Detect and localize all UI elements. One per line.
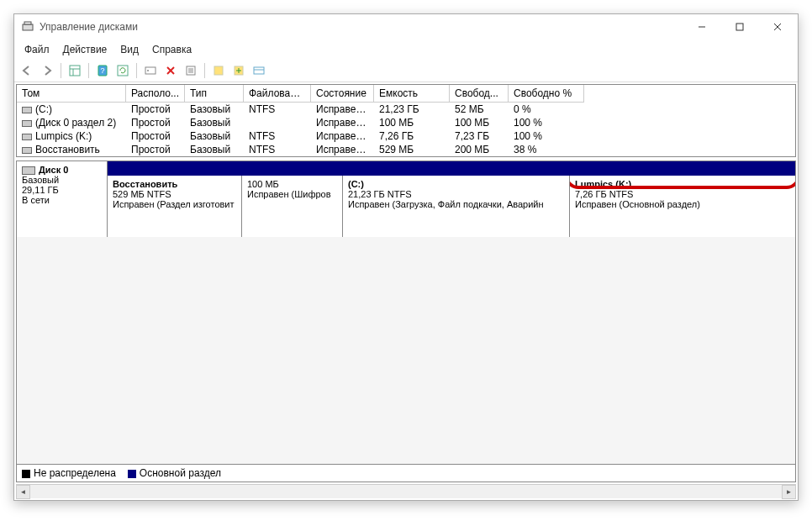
col-capacity[interactable]: Емкость	[374, 85, 450, 103]
legend-swatch-primary	[128, 470, 136, 478]
forward-button[interactable]	[38, 61, 56, 80]
volume-list[interactable]: Том Располо... Тип Файловая с... Состоян…	[16, 84, 796, 157]
partition-recovery[interactable]: Восстановить 529 МБ NTFS Исправен (Разде…	[108, 176, 242, 237]
svg-point-13	[147, 70, 149, 71]
settings-button[interactable]	[141, 61, 160, 80]
partition-efi[interactable]: 100 МБ Исправен (Шифров	[242, 176, 343, 237]
column-headers: Том Располо... Тип Файловая с... Состоян…	[17, 85, 795, 103]
horizontal-scrollbar[interactable]: ◄ ►	[16, 484, 796, 498]
col-freepct[interactable]: Свободно %	[509, 85, 584, 103]
help-button[interactable]: ?	[93, 61, 112, 80]
col-type[interactable]: Тип	[185, 85, 244, 103]
volume-row[interactable]: (Диск 0 раздел 2) Простой Базовый Исправ…	[17, 116, 795, 129]
legend: Не распределена Основной раздел	[17, 464, 795, 482]
disk-icon	[22, 166, 35, 175]
properties-button[interactable]	[182, 61, 200, 80]
svg-rect-11	[118, 66, 128, 76]
titlebar: Управление дисками	[14, 14, 798, 39]
col-fs[interactable]: Файловая с...	[244, 85, 311, 103]
svg-rect-22	[254, 67, 264, 74]
delete-button[interactable]	[161, 61, 180, 80]
svg-rect-0	[23, 24, 33, 30]
action-button-1[interactable]	[209, 61, 228, 80]
volume-icon	[22, 147, 32, 154]
volume-icon	[22, 134, 32, 140]
action-button-2[interactable]	[229, 61, 248, 80]
scroll-right-button[interactable]: ►	[782, 485, 796, 499]
menu-help[interactable]: Справка	[145, 41, 198, 58]
partition-c[interactable]: (C:) 21,23 ГБ NTFS Исправен (Загрузка, Ф…	[343, 176, 570, 237]
maximize-button[interactable]	[720, 15, 758, 39]
col-layout[interactable]: Располо...	[126, 85, 185, 103]
menu-file[interactable]: Файл	[18, 41, 56, 58]
minimize-button[interactable]	[683, 15, 720, 39]
disk-management-window: Управление дисками Файл Действие Вид Спр…	[13, 13, 799, 501]
menu-bar: Файл Действие Вид Справка	[14, 39, 798, 60]
svg-rect-1	[24, 22, 31, 24]
menu-action[interactable]: Действие	[56, 41, 114, 58]
menu-view[interactable]: Вид	[113, 41, 145, 58]
refresh-button[interactable]	[113, 61, 132, 80]
volume-icon	[22, 107, 32, 113]
volume-row[interactable]: Восстановить Простой Базовый NTFS Исправ…	[17, 143, 795, 156]
action-button-3[interactable]	[250, 61, 268, 80]
close-button[interactable]	[758, 15, 796, 39]
col-volume[interactable]: Том	[17, 85, 126, 103]
col-free[interactable]: Свобод...	[450, 85, 509, 103]
disk-row: Диск 0 Базовый 29,11 ГБ В сети Восстанов…	[17, 161, 795, 237]
show-hide-tree-button[interactable]	[66, 61, 84, 80]
graphical-view: Диск 0 Базовый 29,11 ГБ В сети Восстанов…	[16, 161, 796, 482]
toolbar: ?	[14, 60, 798, 82]
svg-rect-6	[70, 66, 80, 76]
volume-row[interactable]: (C:) Простой Базовый NTFS Исправен... 21…	[17, 103, 795, 116]
svg-text:?: ?	[100, 66, 104, 75]
legend-swatch-unallocated	[22, 470, 30, 478]
svg-rect-12	[145, 67, 156, 74]
back-button[interactable]	[18, 61, 36, 80]
volume-row[interactable]: Lumpics (K:) Простой Базовый NTFS Исправ…	[17, 129, 795, 143]
partition-header-bar	[108, 161, 795, 176]
scroll-left-button[interactable]: ◄	[16, 485, 30, 499]
col-status[interactable]: Состояние	[311, 85, 374, 103]
svg-rect-3	[736, 24, 743, 30]
svg-rect-20	[214, 66, 223, 75]
app-icon	[21, 20, 34, 34]
disk-label[interactable]: Диск 0 Базовый 29,11 ГБ В сети	[17, 161, 108, 237]
volume-icon	[22, 120, 32, 127]
partition-lumpics[interactable]: Lumpics (K:) 7,26 ГБ NTFS Исправен (Осно…	[570, 176, 795, 237]
window-title: Управление дисками	[40, 21, 683, 33]
